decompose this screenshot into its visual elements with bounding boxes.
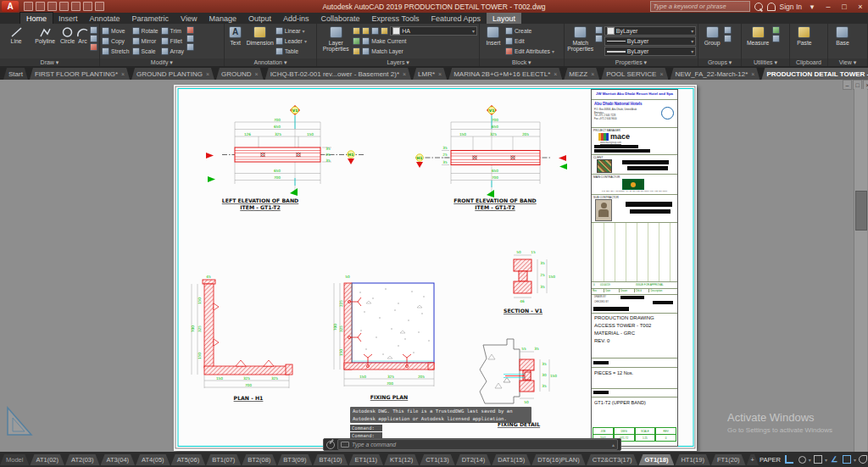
object-color-dropdown[interactable]: ByLayer▾ [604,26,696,36]
grid-icon[interactable] [784,454,795,465]
layer-on-icon[interactable] [353,27,360,35]
ribbon-tab-collaborate[interactable]: Collaborate [315,13,366,24]
layout-tab-ct1[interactable]: CT1(13) [420,454,455,465]
ribbon-tab-addins[interactable]: Add-ins [277,13,315,24]
command-line-dock[interactable]: Type a command ▴ [323,438,621,451]
arc-button[interactable]: Arc [75,25,90,44]
layout-tab-at1[interactable]: AT1(02) [30,454,64,465]
tab-close-icon[interactable]: × [591,71,594,77]
ortho-icon[interactable]: ∠ [829,454,840,465]
help-search-input[interactable] [650,1,750,12]
group-edit-icon[interactable] [724,35,732,42]
layout-tab-ht1[interactable]: HT1(19) [675,454,710,465]
polar-tracking-icon[interactable] [842,454,853,465]
customize-wrench-icon[interactable] [326,441,335,449]
polyline-button[interactable]: Polyline [31,25,59,44]
tab-close-icon[interactable]: × [206,71,209,77]
file-tab-production-detail-tower[interactable]: PRODUCTION DETAIL TOWER - T002× [761,68,868,80]
file-tab-ground-planting[interactable]: GROUND PLANTING× [131,68,214,80]
base-button[interactable]: Base [830,25,855,46]
panel-label-groups[interactable]: Groups ▾ [698,58,741,66]
layout-tab-ft1[interactable]: FT1(20) [711,454,746,465]
vertical-scrollbar[interactable] [854,89,867,452]
mirror-button[interactable]: Mirror [132,36,159,46]
match-layer-button[interactable]: Match Layer [353,47,477,56]
properties-list-icon[interactable] [595,26,603,34]
ribbon-tab-output[interactable]: Output [242,13,277,24]
file-tab-ground[interactable]: GROUND× [216,68,264,80]
object-snap-icon[interactable] [858,454,868,465]
layer-properties-button[interactable]: Layer Properties [319,25,353,52]
hatch-icon[interactable] [90,43,97,51]
insert-button[interactable]: Insert [481,25,505,46]
ribbon-tab-parametric[interactable]: Parametric [126,13,175,24]
tab-close-icon[interactable]: × [403,71,406,77]
linetype-dropdown[interactable]: ByLayer▾ [604,36,696,46]
leader-button[interactable]: Leader▾ [275,36,307,46]
array-button[interactable]: Array [161,47,184,56]
layout-tab-dt6-plan[interactable]: DT6(16)PLAN) [531,454,586,465]
layout-tab-at2[interactable]: AT2(03) [65,454,100,465]
erase-icon[interactable] [186,26,194,34]
tab-close-icon[interactable]: × [438,71,442,77]
panel-label-draw[interactable]: Draw ▾ [0,58,99,66]
autocad-logo-icon[interactable]: A [2,1,19,12]
sign-in-button[interactable]: Sign In [780,3,802,11]
layout-tab-at3[interactable]: AT3(04) [101,454,136,465]
text-button[interactable]: AText [226,25,245,46]
properties-palette-icon[interactable] [595,35,603,42]
file-tab-marina[interactable]: MARINA 2B+G+M+16 ELECTL*× [448,68,562,80]
open-file-icon[interactable] [36,2,45,11]
layout-tab-et1[interactable]: ET1(11) [349,454,384,465]
layout-tab-kt1[interactable]: KT1(12) [384,454,419,465]
layer-select-dropdown[interactable]: HA ▾ [390,26,477,36]
panel-label-view[interactable]: View ▾ [828,58,867,66]
file-tab-new-fa[interactable]: NEW_FA_22-March-12*× [670,68,760,80]
fillet-button[interactable]: Fillet [161,36,184,46]
tab-close-icon[interactable]: × [255,71,259,77]
panel-label-modify[interactable]: Modify ▾ [100,58,224,66]
ribbon-tab-insert[interactable]: Insert [53,13,84,24]
layout-tab-bt2[interactable]: BT2(08) [242,454,276,465]
ribbon-tab-annotate[interactable]: Annotate [84,13,126,24]
ribbon-tab-featured-apps[interactable]: Featured Apps [425,13,487,24]
explode-icon[interactable] [186,35,194,42]
undo-icon[interactable] [83,2,92,11]
drawing-minimize-button[interactable]: – [843,80,852,90]
trim-button[interactable]: Trim [161,26,184,36]
panel-label-properties[interactable]: Properties ▾ [565,58,698,66]
file-tab-pool-service[interactable]: POOL SERVICE× [601,68,668,80]
dynamic-input-icon[interactable] [797,454,808,465]
drawing-canvas[interactable]: – □ × [0,80,868,452]
file-tab-first-floor-planting[interactable]: FIRST FLOOR PLANTING*× [30,68,130,80]
layout-tab-gt1[interactable]: GT1(18) [638,454,674,465]
linear-button[interactable]: Linear▾ [275,26,307,36]
panel-label-layers[interactable]: Layers ▾ [317,58,479,66]
create-block-button[interactable]: Create [505,26,554,36]
panel-label-utilities[interactable]: Utilities ▾ [742,58,789,66]
line-button[interactable]: Line [2,25,31,44]
command-input[interactable]: Type a command ▴ [337,439,618,450]
new-layout-button[interactable]: + [747,454,759,465]
save-as-icon[interactable] [59,2,69,11]
file-tab-ichq[interactable]: ICHQ-BT-02-001 rev...ower - Basement 2)*… [265,68,411,80]
redo-icon[interactable] [95,2,104,11]
dimension-button[interactable]: Dimension [245,25,275,46]
paper-model-toggle[interactable]: PAPER [760,456,781,464]
layer-unlock-icon[interactable] [381,27,388,35]
ribbon-tab-layout[interactable]: Layout [487,13,521,24]
make-current-button[interactable]: Make Current [353,36,477,46]
layout-tab-ct2-ct3[interactable]: CT2&CT3(17) [587,454,638,465]
restore-button[interactable]: □ [838,3,850,11]
layout-tab-bt1[interactable]: BT1(07) [206,454,241,465]
copy-button[interactable]: Copy [102,36,130,46]
ribbon-tab-manage[interactable]: Manage [203,13,242,24]
offset-icon[interactable] [186,43,194,51]
scale-button[interactable]: Scale [132,47,159,56]
quick-select-icon[interactable] [772,26,780,34]
tab-close-icon[interactable]: × [554,71,557,77]
ungroup-icon[interactable] [724,26,732,34]
rectangle-icon[interactable] [90,26,97,34]
snap-icon[interactable] [813,454,824,465]
search-icon[interactable] [754,3,763,11]
